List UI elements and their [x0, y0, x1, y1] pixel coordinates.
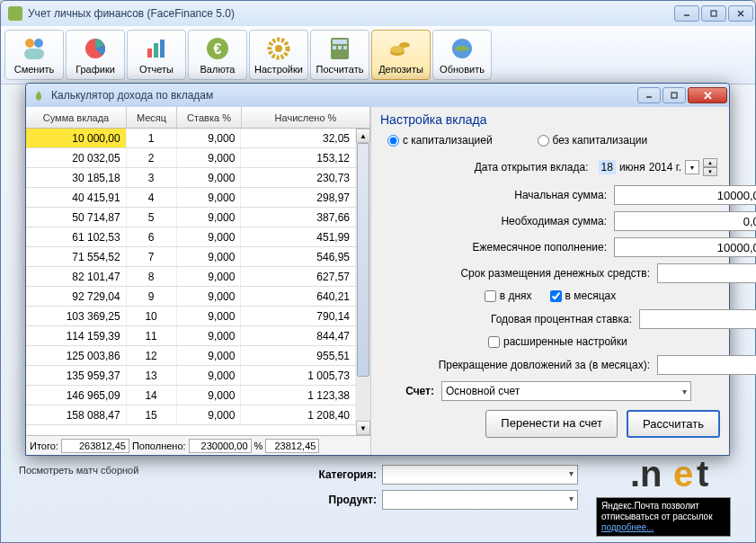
- table-row[interactable]: 92 729,0499,000640,21: [26, 287, 356, 307]
- close-button[interactable]: [728, 5, 753, 22]
- radio-cap[interactable]: с капитализацией: [387, 134, 493, 147]
- check-months[interactable]: в месяцах: [550, 289, 617, 302]
- table-footer: Итого: Пополнено: %: [26, 435, 370, 455]
- svg-point-14: [275, 45, 282, 52]
- table-row[interactable]: 40 415,9149,000298,97: [26, 188, 356, 208]
- table-cell: 15: [127, 405, 177, 424]
- table-row[interactable]: 158 088,47159,0001 208,40: [26, 405, 356, 425]
- table-cell: 158 088,47: [26, 405, 127, 424]
- maximize-button[interactable]: [701, 5, 726, 22]
- table-cell: 1 005,73: [241, 366, 356, 385]
- table-row[interactable]: 103 369,25109,000790,14: [26, 307, 356, 326]
- footer-refill-input[interactable]: [189, 439, 252, 453]
- main-titlebar: Учет личных финансов (FaceFinance 5.0): [1, 1, 755, 26]
- scroll-up-button[interactable]: ▲: [356, 129, 370, 143]
- table-row[interactable]: 135 959,37139,0001 005,73: [26, 366, 356, 386]
- table-cell: 2: [127, 148, 177, 167]
- stop-input[interactable]: [657, 355, 756, 375]
- col-month[interactable]: Месяц: [127, 107, 177, 128]
- table-cell: 9,000: [177, 227, 242, 246]
- table-row[interactable]: 30 185,1839,000230,73: [26, 168, 356, 188]
- table-row[interactable]: 20 032,0529,000153,12: [26, 148, 356, 168]
- table-cell: 955,51: [241, 346, 356, 365]
- col-sum[interactable]: Сумма вклада: [26, 107, 127, 128]
- table-cell: 9,000: [177, 267, 242, 286]
- table-row[interactable]: 146 965,09149,0001 123,38: [26, 386, 356, 405]
- footer-pct-input[interactable]: [265, 439, 319, 453]
- table-cell: 82 101,47: [26, 267, 127, 286]
- table-cell: 30 185,18: [26, 168, 127, 187]
- account-select[interactable]: Основной счет: [441, 381, 691, 401]
- monthly-input[interactable]: [614, 237, 756, 257]
- table-row[interactable]: 50 714,8759,000387,66: [26, 208, 356, 227]
- term-input[interactable]: [657, 263, 756, 283]
- date-spin-up[interactable]: ▲: [703, 158, 717, 167]
- stop-label: Прекращение довложений за (в месяцах):: [380, 359, 650, 371]
- tooltip-link[interactable]: подробнее...: [601, 522, 654, 532]
- initial-input[interactable]: [614, 185, 756, 205]
- tool-charts[interactable]: Графики: [66, 30, 125, 80]
- table-cell: 9,000: [177, 129, 242, 147]
- product-row: Продукт:: [305, 490, 578, 510]
- tool-settings[interactable]: Настройки: [249, 30, 308, 80]
- svg-rect-18: [338, 46, 342, 49]
- table-cell: 146 965,09: [26, 386, 127, 405]
- transfer-button[interactable]: Перенести на счет: [485, 410, 618, 438]
- table-cell: 1 123,38: [241, 386, 356, 405]
- minimize-button[interactable]: [674, 5, 699, 22]
- date-spin-down[interactable]: ▼: [703, 167, 717, 176]
- tool-refresh[interactable]: Обновить: [432, 30, 492, 80]
- coins-icon: [387, 36, 415, 61]
- table-cell: 9,000: [177, 386, 242, 405]
- table-cell: 92 729,04: [26, 287, 127, 306]
- table-cell: 640,21: [241, 287, 356, 306]
- table-row[interactable]: 82 101,4789,000627,57: [26, 267, 356, 287]
- table-row[interactable]: 125 003,86129,000955,51: [26, 346, 356, 366]
- dialog-maximize-button[interactable]: [663, 87, 686, 103]
- calculator-icon: [325, 36, 354, 61]
- tool-currency[interactable]: €Валюта: [188, 30, 247, 80]
- calculate-button[interactable]: Расcчитать: [627, 410, 720, 438]
- dialog-minimize-button[interactable]: [637, 87, 661, 103]
- table-cell: 9: [127, 287, 177, 306]
- app-icon: [8, 6, 22, 21]
- open-date-picker[interactable]: 18 июня 2014 г. ▾ ▲▼: [596, 156, 720, 179]
- table-cell: 9,000: [177, 346, 242, 365]
- rate-input[interactable]: [639, 309, 756, 329]
- table-cell: 9,000: [177, 366, 242, 385]
- dialog-close-button[interactable]: ✕: [688, 87, 727, 103]
- table-cell: 20 032,05: [26, 148, 127, 167]
- table-cell: 5: [127, 208, 177, 227]
- scroll-down-button[interactable]: ▼: [356, 421, 370, 435]
- check-advanced[interactable]: расширенные настройки: [488, 335, 627, 348]
- tool-change[interactable]: Сменить: [4, 30, 64, 80]
- table-cell: 9,000: [177, 188, 242, 207]
- col-accrued[interactable]: Начислено %: [242, 107, 370, 128]
- table-row[interactable]: 114 159,39119,000844,47: [26, 326, 356, 346]
- scroll-track[interactable]: [356, 143, 370, 421]
- required-input[interactable]: [614, 211, 756, 231]
- table-row[interactable]: 61 102,5369,000451,99: [26, 227, 356, 247]
- svg-rect-28: [672, 93, 677, 98]
- table-cell: 71 554,52: [26, 247, 127, 266]
- category-select[interactable]: [382, 465, 578, 485]
- check-days[interactable]: в днях: [485, 289, 532, 302]
- tool-deposits[interactable]: Депозиты: [371, 30, 431, 80]
- tool-reports[interactable]: Отчеты: [127, 30, 186, 80]
- col-rate[interactable]: Ставка %: [177, 107, 242, 128]
- footer-total-input[interactable]: [61, 439, 129, 453]
- table-cell: 9,000: [177, 208, 242, 227]
- form-title: Настройка вклада: [380, 112, 720, 127]
- table-cell: 135 959,37: [26, 366, 127, 385]
- table-cell: 10 000,00: [26, 129, 127, 147]
- date-dropdown-icon[interactable]: ▾: [685, 160, 699, 174]
- table-row[interactable]: 10 000,0019,00032,05: [26, 129, 356, 148]
- table-body: 10 000,0019,00032,0520 032,0529,000153,1…: [26, 129, 356, 435]
- product-select[interactable]: [382, 490, 578, 510]
- svg-rect-16: [333, 40, 347, 44]
- radio-nocap[interactable]: без капитализации: [538, 134, 648, 147]
- tool-calc[interactable]: Посчитать: [310, 30, 369, 80]
- table-row[interactable]: 71 554,5279,000546,95: [26, 247, 356, 267]
- scroll-thumb[interactable]: [357, 143, 369, 377]
- svg-text:€: €: [214, 41, 222, 57]
